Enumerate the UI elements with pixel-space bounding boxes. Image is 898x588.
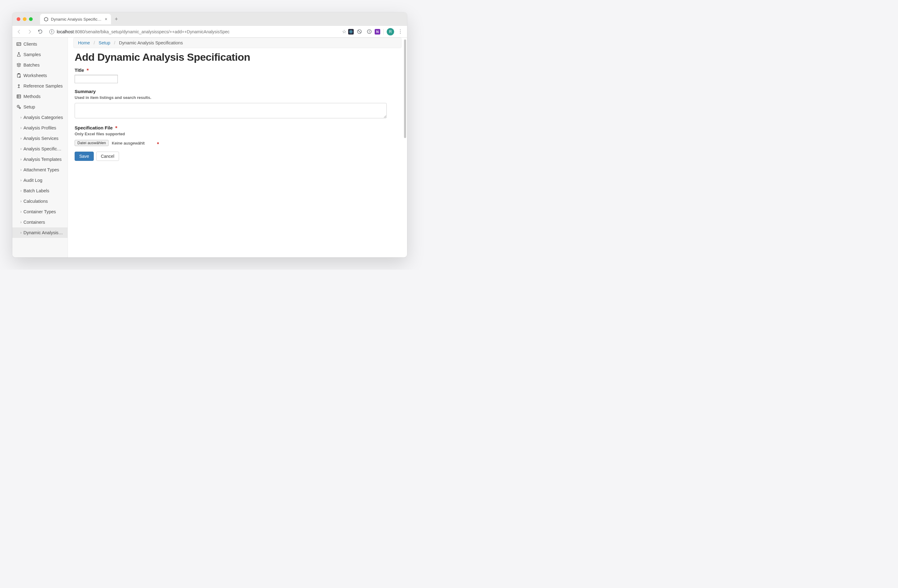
sidebar-label: Worksheets [23, 73, 47, 78]
sidebar-item-clients[interactable]: Clients [12, 39, 68, 49]
scrollbar-thumb[interactable] [404, 40, 406, 138]
address-card-icon [16, 41, 22, 46]
toolbar-divider [383, 29, 384, 35]
sidebar-sub-audit-log[interactable]: ›Audit Log [12, 175, 68, 186]
breadcrumb-home[interactable]: Home [78, 40, 90, 45]
sidebar-label: Samples [23, 52, 41, 57]
flask-icon [16, 52, 22, 57]
file-choose-button[interactable]: Datei auswählen [75, 140, 109, 146]
sidebar-label: Reference Samples [23, 83, 63, 89]
layers-icon [16, 63, 22, 68]
sidebar-item-samples[interactable]: Samples [12, 49, 68, 60]
save-button[interactable]: Save [75, 152, 94, 161]
file-status-text: Keine ausgewählt [112, 141, 145, 146]
sidebar-sub-batch-labels[interactable]: ›Batch Labels [12, 186, 68, 196]
sidebar-sub-analysis-categories[interactable]: ›Analysis Categories [12, 112, 68, 123]
onenote-extension-icon[interactable]: N [375, 29, 380, 35]
back-button[interactable] [15, 28, 23, 36]
breadcrumb-separator: / [114, 40, 115, 45]
specfile-help: Only Excel files supported [75, 132, 400, 136]
sidebar-item-methods[interactable]: Methods [12, 91, 68, 102]
browser-menu-button[interactable]: ⋮ [396, 28, 404, 36]
url-bar[interactable]: i localhost:8080/senaite/bika_setup/dyna… [46, 28, 340, 36]
chevron-right-icon: › [20, 210, 22, 214]
summary-textarea[interactable] [75, 103, 387, 118]
svg-point-8 [369, 32, 369, 33]
svg-marker-0 [45, 17, 48, 21]
breadcrumb-current: Dynamic Analysis Specifications [119, 40, 183, 45]
svg-point-24 [20, 108, 20, 109]
specfile-label: Specification File [75, 125, 112, 130]
file-input-row: Datei auswählen Keine ausgewählt ■ [75, 140, 400, 146]
chevron-right-icon: › [20, 178, 22, 183]
reload-button[interactable] [36, 28, 45, 36]
specfile-field: Specification File ■ Only Excel files su… [75, 125, 400, 146]
sidebar-item-worksheets[interactable]: Worksheets [12, 70, 68, 81]
breadcrumb-setup[interactable]: Setup [99, 40, 111, 45]
svg-point-1 [351, 31, 351, 32]
browser-tab-bar: Dynamic Analysis Specifications × + [12, 12, 407, 26]
summary-help: Used in item listings and search results… [75, 95, 400, 100]
chevron-right-icon: › [20, 220, 22, 224]
sidebar-item-reference-samples[interactable]: Reference Samples [12, 81, 68, 91]
pin-icon [16, 83, 22, 89]
breadcrumb: Home / Setup / Dynamic Analysis Specific… [74, 38, 401, 48]
browser-tab[interactable]: Dynamic Analysis Specifications × [40, 14, 111, 25]
cancel-button[interactable]: Cancel [96, 152, 119, 161]
clipboard-icon [16, 73, 22, 78]
svg-point-22 [18, 106, 18, 107]
required-indicator: ■ [157, 141, 159, 145]
form-buttons: Save Cancel [75, 152, 400, 161]
chevron-right-icon: › [20, 167, 22, 172]
chevron-right-icon: › [20, 157, 22, 161]
forward-button[interactable] [25, 28, 34, 36]
sidebar: Clients Samples Batches Worksheets Refer… [12, 38, 68, 257]
chevron-right-icon: › [20, 147, 22, 151]
address-bar: i localhost:8080/senaite/bika_setup/dyna… [12, 26, 407, 38]
sidebar-sub-calculations[interactable]: ›Calculations [12, 196, 68, 206]
sidebar-sub-analysis-templates[interactable]: ›Analysis Templates [12, 154, 68, 164]
chevron-right-icon: › [20, 136, 22, 141]
browser-window: Dynamic Analysis Specifications × + i lo… [12, 12, 407, 257]
sidebar-item-batches[interactable]: Batches [12, 60, 68, 70]
new-tab-button[interactable]: + [115, 16, 118, 23]
extension-sync-icon[interactable] [355, 28, 364, 36]
chevron-right-icon: › [20, 115, 22, 120]
window-controls [15, 17, 36, 21]
breadcrumb-separator: / [94, 40, 95, 45]
main-content: Home / Setup / Dynamic Analysis Specific… [68, 38, 407, 257]
svg-rect-17 [17, 95, 21, 98]
sidebar-sub-analysis-profiles[interactable]: ›Analysis Profiles [12, 123, 68, 133]
sidebar-sub-dynamic-analysis[interactable]: ›Dynamic Analysis… [12, 227, 68, 238]
site-info-icon[interactable]: i [49, 29, 54, 34]
extension-info-icon[interactable] [365, 28, 374, 36]
list-icon [16, 94, 22, 99]
sidebar-item-setup[interactable]: Setup [12, 102, 68, 112]
bookmark-star-icon[interactable]: ☆ [342, 29, 346, 35]
sidebar-label: Methods [23, 94, 41, 99]
page-content: Clients Samples Batches Worksheets Refer… [12, 38, 407, 257]
sidebar-sub-analysis-specifications[interactable]: ›Analysis Specific… [12, 144, 68, 154]
sidebar-sub-containers[interactable]: ›Containers [12, 217, 68, 227]
close-window-icon[interactable] [17, 17, 20, 21]
gear-icon [16, 104, 22, 109]
title-label: Title [75, 68, 84, 73]
profile-avatar[interactable]: R [387, 28, 394, 35]
close-tab-icon[interactable]: × [105, 17, 107, 21]
maximize-window-icon[interactable] [29, 17, 33, 21]
sidebar-sub-container-types[interactable]: ›Container Types [12, 206, 68, 217]
page-title: Add Dynamic Analysis Specification [75, 51, 400, 63]
url-text: localhost:8080/senaite/bika_setup/dynami… [57, 29, 229, 34]
svg-point-10 [18, 43, 18, 45]
sidebar-sub-attachment-types[interactable]: ›Attachment Types [12, 164, 68, 175]
required-indicator: ■ [87, 68, 89, 71]
title-input[interactable] [75, 75, 118, 83]
sidebar-label: Clients [23, 41, 37, 46]
minimize-window-icon[interactable] [23, 17, 26, 21]
tab-title: Dynamic Analysis Specifications [51, 17, 102, 21]
tab-favicon [44, 17, 48, 21]
react-devtools-icon[interactable] [348, 29, 354, 35]
sidebar-label: Setup [23, 104, 35, 109]
sidebar-sub-analysis-services[interactable]: ›Analysis Services [12, 133, 68, 144]
required-indicator: ■ [115, 125, 117, 129]
